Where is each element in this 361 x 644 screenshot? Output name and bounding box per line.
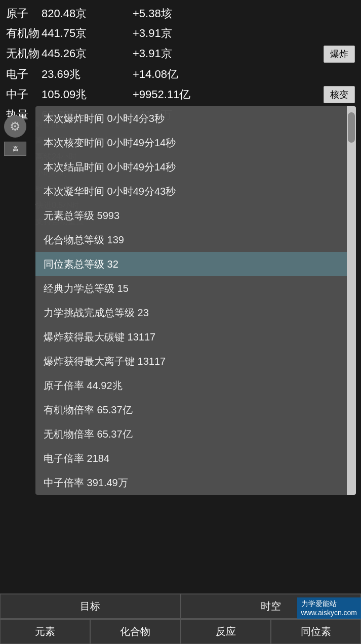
- scrollbar-thumb[interactable]: [348, 112, 355, 143]
- stat-row-1: 有机物441.75京+3.91京: [6, 24, 355, 44]
- popup-item-1[interactable]: 本次核变时间 0小时49分14秒: [35, 131, 347, 155]
- stat-row-4: 中子105.09兆+9952.11亿核变: [6, 84, 355, 105]
- stat-name-1: 有机物: [6, 26, 42, 41]
- stat-name-2: 无机物: [6, 46, 42, 62]
- stat-delta-4: +9952.11亿: [133, 87, 324, 103]
- stat-name-0: 原子: [6, 6, 42, 22]
- nav-btn-row2-0[interactable]: 元素: [0, 619, 90, 644]
- stat-row-0: 原子820.48京+5.38垓: [6, 4, 355, 24]
- action-btn-核变[interactable]: 核变: [324, 86, 355, 103]
- nav-btn-row2-1[interactable]: 化合物: [90, 619, 180, 644]
- stat-row-2: 无机物445.26京+3.91京爆炸: [6, 44, 355, 65]
- action-btn-爆炸[interactable]: 爆炸: [324, 46, 355, 63]
- left-panel: ⚙ 高: [0, 111, 30, 160]
- popup-item-14[interactable]: 电子倍率 2184: [35, 446, 347, 470]
- stat-row-3: 电子23.69兆+14.08亿: [6, 65, 355, 84]
- popup-item-9[interactable]: 爆炸获得最大碳键 13117: [35, 325, 347, 349]
- nav-row-2: 元素化合物反应同位素: [0, 619, 361, 644]
- stat-delta-2: +3.91京: [133, 46, 324, 62]
- stat-name-3: 电子: [6, 67, 42, 82]
- popup-item-3[interactable]: 本次凝华时间 0小时49分43秒: [35, 179, 347, 203]
- popup-panel: 本次爆炸时间 0小时4分3秒本次核变时间 0小时49分14秒本次结晶时间 0小时…: [35, 106, 356, 495]
- popup-item-2[interactable]: 本次结晶时间 0小时49分14秒: [35, 155, 347, 179]
- popup-item-15[interactable]: 中子倍率 391.49万: [35, 470, 347, 495]
- stat-delta-0: +5.38垓: [133, 6, 355, 22]
- popup-item-7[interactable]: 经典力学总等级 15: [35, 276, 347, 300]
- stat-value-0: 820.48京: [42, 6, 133, 22]
- stat-delta-3: +14.08亿: [133, 67, 355, 82]
- popup-content[interactable]: 本次爆炸时间 0小时4分3秒本次核变时间 0小时49分14秒本次结晶时间 0小时…: [35, 106, 347, 495]
- stat-delta-1: +3.91京: [133, 26, 355, 41]
- stat-name-4: 中子: [6, 87, 42, 103]
- nav-btn-row1-0[interactable]: 目标: [0, 594, 181, 619]
- scrollbar[interactable]: [347, 106, 356, 495]
- stat-value-2: 445.26京: [42, 46, 133, 62]
- popup-item-5[interactable]: 化合物总等级 139: [35, 228, 347, 252]
- popup-item-11[interactable]: 原子倍率 44.92兆: [35, 373, 347, 398]
- popup-item-13[interactable]: 无机物倍率 65.37亿: [35, 422, 347, 446]
- popup-item-10[interactable]: 爆炸获得最大离子键 13117: [35, 349, 347, 373]
- watermark: 力学爱能站www.aiskycn.com: [297, 597, 361, 619]
- stat-value-1: 441.75京: [42, 26, 133, 41]
- stat-value-3: 23.69兆: [42, 67, 133, 82]
- small-button[interactable]: 高: [4, 142, 26, 156]
- stat-value-4: 105.09兆: [42, 87, 133, 103]
- popup-item-6[interactable]: 同位素总等级 32: [35, 252, 347, 276]
- nav-btn-row2-3[interactable]: 同位素: [271, 619, 361, 644]
- popup-item-4[interactable]: 元素总等级 5993: [35, 203, 347, 228]
- popup-item-0[interactable]: 本次爆炸时间 0小时4分3秒: [35, 106, 347, 131]
- gear-icon[interactable]: ⚙: [4, 115, 26, 138]
- nav-btn-row2-2[interactable]: 反应: [181, 619, 271, 644]
- popup-item-8[interactable]: 力学挑战完成总等级 23: [35, 300, 347, 325]
- popup-item-12[interactable]: 有机物倍率 65.37亿: [35, 398, 347, 422]
